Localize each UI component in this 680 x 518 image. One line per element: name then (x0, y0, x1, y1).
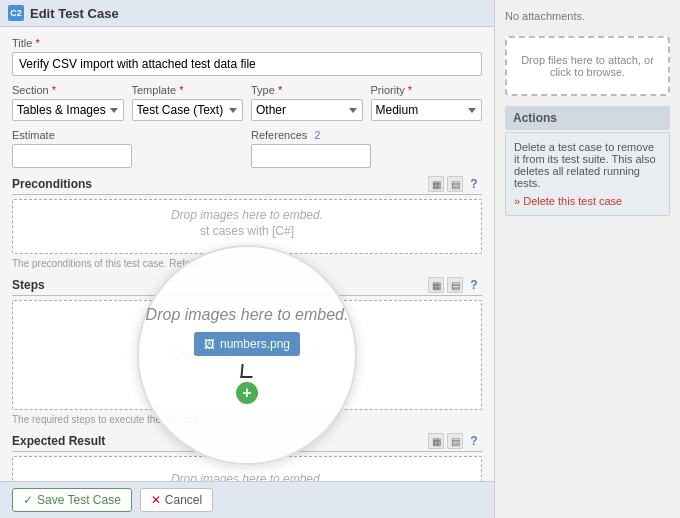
cursor-icon (240, 364, 253, 378)
section-label: Section * (12, 84, 124, 96)
steps-icons: ▦ ▤ ? (428, 277, 482, 293)
save-check-icon: ✓ (23, 493, 33, 507)
priority-col: Priority * Medium (371, 84, 483, 121)
precond-grid2-icon[interactable]: ▤ (447, 176, 463, 192)
actions-body: Delete a test case to remove it from its… (505, 132, 670, 216)
steps-grid1-icon[interactable]: ▦ (428, 277, 444, 293)
type-col: Type * Other (251, 84, 363, 121)
attachment-status: No attachments. (505, 10, 670, 22)
page-footer: ✓ Save Test Case ✕ Cancel (0, 481, 494, 518)
preconditions-header: Preconditions ▦ ▤ ? (12, 176, 482, 195)
steps-title: Steps (12, 278, 45, 292)
steps-grid2-icon[interactable]: ▤ (447, 277, 463, 293)
template-select[interactable]: Test Case (Text) (132, 99, 244, 121)
precond-help-icon[interactable]: ? (466, 176, 482, 192)
page-header: C2 Edit Test Case (0, 0, 494, 27)
save-button[interactable]: ✓ Save Test Case (12, 488, 132, 512)
actions-section: Actions Delete a test case to remove it … (505, 106, 670, 216)
references-help[interactable]: 2 (314, 129, 320, 141)
priority-label: Priority * (371, 84, 483, 96)
references-input[interactable] (251, 144, 371, 168)
expected-result-title: Expected Result (12, 434, 105, 448)
right-panel: No attachments. Drop files here to attac… (495, 0, 680, 518)
page-title: Edit Test Case (30, 6, 119, 21)
cancel-button[interactable]: ✕ Cancel (140, 488, 213, 512)
form-row-1: Section * Tables & Images Template * Tes… (12, 84, 482, 121)
expected-result-icons: ▦ ▤ ? (428, 433, 482, 449)
estimate-label: Estimate (12, 129, 243, 141)
file-drop-zone[interactable]: Drop files here to attach, or click to b… (505, 36, 670, 96)
file-icon: 🖼 (204, 338, 215, 350)
steps-group: Steps ▦ ▤ ? Drop images here to embed. D… (12, 277, 482, 425)
estimate-input[interactable] (12, 144, 132, 168)
file-badge: 🖼 numbers.png (194, 332, 300, 356)
type-label: Type * (251, 84, 363, 96)
header-icon: C2 (8, 5, 24, 21)
overlay-drop-text: Drop images here to embed. (146, 306, 349, 324)
form-body: Title * Section * Tables & Images Templa… (0, 27, 494, 481)
type-select[interactable]: Other (251, 99, 363, 121)
preconditions-title: Preconditions (12, 177, 92, 191)
priority-select[interactable]: Medium (371, 99, 483, 121)
delete-test-case-link[interactable]: Delete this test case (514, 195, 661, 207)
file-name: numbers.png (220, 337, 290, 351)
preconditions-icons: ▦ ▤ ? (428, 176, 482, 192)
references-col: References 2 (251, 129, 482, 168)
references-label: References 2 (251, 129, 482, 141)
precond-grid1-icon[interactable]: ▦ (428, 176, 444, 192)
expected-grid1-icon[interactable]: ▦ (428, 433, 444, 449)
form-row-2: Estimate References 2 (12, 129, 482, 168)
steps-help-icon[interactable]: ? (466, 277, 482, 293)
section-col: Section * Tables & Images (12, 84, 124, 121)
expected-grid2-icon[interactable]: ▤ (447, 433, 463, 449)
add-button[interactable]: + (236, 382, 258, 404)
template-col: Template * Test Case (Text) (132, 84, 244, 121)
title-field-group: Title * (12, 37, 482, 76)
actions-header: Actions (505, 106, 670, 130)
title-input[interactable] (12, 52, 482, 76)
section-select[interactable]: Tables & Images (12, 99, 124, 121)
cancel-x-icon: ✕ (151, 493, 161, 507)
template-label: Template * (132, 84, 244, 96)
expected-help-icon[interactable]: ? (466, 433, 482, 449)
steps-overlay: Drop images here to embed. 🖼 numbers.png… (137, 245, 357, 465)
expected-result-drop-text: Drop images here to embed. (171, 472, 323, 482)
estimate-col: Estimate (12, 129, 243, 168)
steps-editor[interactable]: Drop images here to embed. Drop images h… (12, 300, 482, 410)
title-label: Title * (12, 37, 482, 49)
